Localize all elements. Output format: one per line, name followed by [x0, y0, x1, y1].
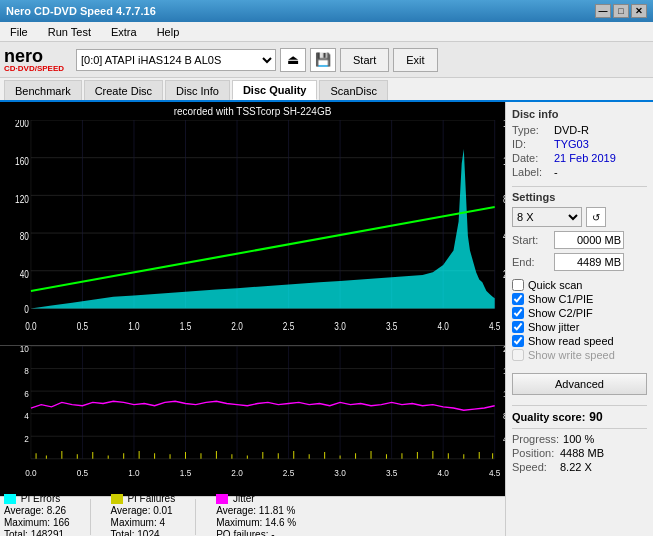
minimize-button[interactable]: —: [595, 4, 611, 18]
eject-icon-button[interactable]: ⏏: [280, 48, 306, 72]
svg-text:120: 120: [15, 192, 29, 205]
svg-text:20: 20: [503, 346, 505, 354]
chart-area: recorded with TSSTcorp SH-224GB: [0, 102, 505, 536]
svg-text:4.0: 4.0: [437, 320, 449, 333]
svg-text:12: 12: [503, 155, 505, 168]
svg-text:2.5: 2.5: [283, 467, 295, 477]
title-bar-text: Nero CD-DVD Speed 4.7.7.16: [6, 5, 156, 17]
save-icon-button[interactable]: 💾: [310, 48, 336, 72]
tab-scandisc[interactable]: ScanDisc: [319, 80, 387, 100]
svg-text:3.0: 3.0: [334, 320, 346, 333]
refresh-icon-button[interactable]: ↺: [586, 207, 606, 227]
svg-text:6: 6: [24, 388, 29, 398]
tab-benchmark[interactable]: Benchmark: [4, 80, 82, 100]
stats-row: PI Errors Average: 8.26 Maximum: 166 Tot…: [0, 496, 505, 536]
tabs-bar: Benchmark Create Disc Disc Info Disc Qua…: [0, 78, 653, 102]
menu-run-test[interactable]: Run Test: [42, 24, 97, 40]
svg-text:80: 80: [20, 230, 29, 243]
main-content: recorded with TSSTcorp SH-224GB: [0, 102, 653, 536]
speed-select[interactable]: 8 X Max 4 X 16 X: [512, 207, 582, 227]
svg-text:8: 8: [24, 366, 29, 376]
show-jitter-checkbox[interactable]: [512, 321, 524, 333]
quick-scan-checkbox[interactable]: [512, 279, 524, 291]
title-bar-buttons: — □ ✕: [595, 4, 647, 18]
divider-quality-progress: [512, 428, 647, 429]
svg-text:0.5: 0.5: [77, 320, 89, 333]
logo-text: nero: [4, 47, 64, 65]
advanced-button[interactable]: Advanced: [512, 373, 647, 395]
maximize-button[interactable]: □: [613, 4, 629, 18]
show-read-speed-row: Show read speed: [512, 335, 647, 347]
svg-marker-27: [31, 149, 495, 308]
svg-text:40: 40: [20, 268, 29, 281]
pi-errors-stat: PI Errors Average: 8.26 Maximum: 166 Tot…: [4, 493, 70, 536]
svg-text:4.0: 4.0: [437, 467, 449, 477]
show-jitter-row: Show jitter: [512, 321, 647, 333]
svg-text:1.0: 1.0: [128, 320, 140, 333]
progress-section: Progress: 100 % Position: 4488 MB Speed:…: [512, 433, 647, 473]
svg-text:0.5: 0.5: [77, 467, 89, 477]
toolbar: nero CD·DVD/SPEED [0:0] ATAPI iHAS124 B …: [0, 42, 653, 78]
svg-text:0: 0: [24, 302, 29, 315]
show-c2pif-checkbox[interactable]: [512, 307, 524, 319]
end-input[interactable]: [554, 253, 624, 271]
svg-text:0.0: 0.0: [25, 320, 37, 333]
svg-text:200: 200: [15, 120, 29, 130]
tab-create-disc[interactable]: Create Disc: [84, 80, 163, 100]
divider-2: [195, 499, 196, 535]
exit-button[interactable]: Exit: [393, 48, 437, 72]
speed-row-2: Speed: 8.22 X: [512, 461, 647, 473]
menu-help[interactable]: Help: [151, 24, 186, 40]
menu-bar: File Run Test Extra Help: [0, 22, 653, 42]
progress-row: Progress: 100 %: [512, 433, 647, 445]
svg-text:16: 16: [503, 120, 505, 130]
disc-date-row: Date: 21 Feb 2019: [512, 152, 647, 164]
start-row: Start:: [512, 231, 647, 249]
close-button[interactable]: ✕: [631, 4, 647, 18]
svg-text:1.0: 1.0: [128, 467, 140, 477]
chart-title: recorded with TSSTcorp SH-224GB: [174, 106, 332, 117]
tab-disc-quality[interactable]: Disc Quality: [232, 80, 318, 100]
divider-advanced-quality: [512, 405, 647, 406]
svg-text:8: 8: [503, 192, 505, 205]
svg-text:2.0: 2.0: [231, 467, 243, 477]
jitter-legend: [216, 494, 228, 504]
svg-text:4.5: 4.5: [489, 320, 501, 333]
svg-text:0.0: 0.0: [25, 467, 37, 477]
settings-section: Settings 8 X Max 4 X 16 X ↺ Start: End:: [512, 191, 647, 271]
pi-failures-stat: PI Failures Average: 0.01 Maximum: 4 Tot…: [111, 493, 176, 536]
show-c1pie-checkbox[interactable]: [512, 293, 524, 305]
settings-title: Settings: [512, 191, 647, 203]
disc-info-title: Disc info: [512, 108, 647, 120]
end-row: End:: [512, 253, 647, 271]
show-c1pie-row: Show C1/PIE: [512, 293, 647, 305]
svg-text:2: 2: [24, 433, 29, 443]
show-write-speed-row: Show write speed: [512, 349, 647, 361]
svg-text:2: 2: [503, 268, 505, 281]
show-c2pif-row: Show C2/PIF: [512, 307, 647, 319]
pi-errors-legend: [4, 494, 16, 504]
show-write-speed-checkbox: [512, 349, 524, 361]
svg-text:4.5: 4.5: [489, 467, 501, 477]
menu-file[interactable]: File: [4, 24, 34, 40]
checkboxes-section: Quick scan Show C1/PIE Show C2/PIF Show …: [512, 279, 647, 361]
svg-text:2.5: 2.5: [283, 320, 295, 333]
speed-row: 8 X Max 4 X 16 X ↺: [512, 207, 647, 227]
disc-label-row: Label: -: [512, 166, 647, 178]
disc-type-row: Type: DVD-R: [512, 124, 647, 136]
start-input[interactable]: [554, 231, 624, 249]
svg-text:8: 8: [503, 411, 505, 421]
tab-disc-info[interactable]: Disc Info: [165, 80, 230, 100]
start-button[interactable]: Start: [340, 48, 389, 72]
svg-text:1.5: 1.5: [180, 320, 192, 333]
disc-info-section: Disc info Type: DVD-R ID: TYG03 Date: 21…: [512, 108, 647, 178]
top-chart-svg: 200 160 120 80 40 0 16 12 8 4 2 0.0 0.5: [0, 120, 505, 345]
menu-extra[interactable]: Extra: [105, 24, 143, 40]
svg-text:3.5: 3.5: [386, 467, 398, 477]
svg-text:16: 16: [503, 366, 505, 376]
svg-text:3.0: 3.0: [334, 467, 346, 477]
drive-select[interactable]: [0:0] ATAPI iHAS124 B AL0S: [76, 49, 276, 71]
quality-score-row: Quality score: 90: [512, 410, 647, 424]
show-read-speed-checkbox[interactable]: [512, 335, 524, 347]
svg-text:2.0: 2.0: [231, 320, 243, 333]
